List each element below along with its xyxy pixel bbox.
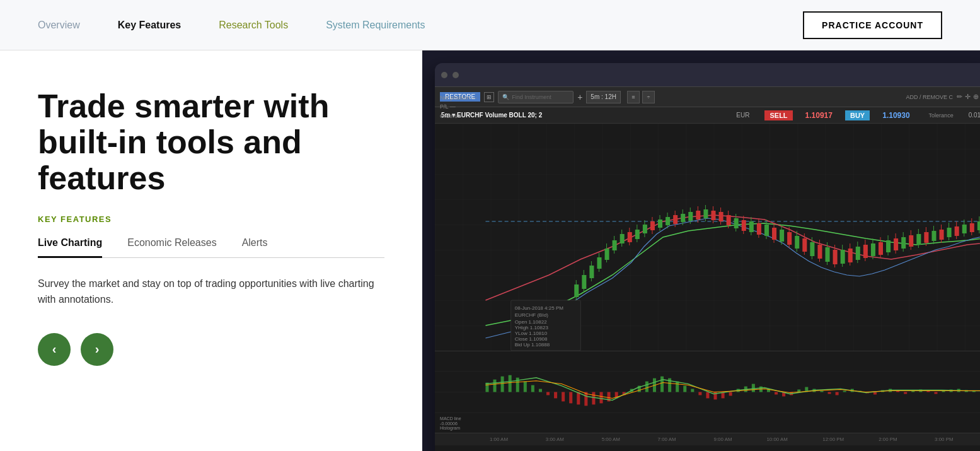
svg-rect-132 <box>546 392 550 395</box>
svg-rect-21 <box>643 225 647 233</box>
chart-left-info: Net position — P/L — Orders — <box>440 93 477 120</box>
tab-live-charting[interactable]: Live Charting <box>38 237 102 258</box>
svg-rect-53 <box>764 225 769 236</box>
svg-rect-151 <box>691 389 694 392</box>
tolerance-value: 0.01% <box>969 112 980 119</box>
svg-text:3:00 PM: 3:00 PM <box>935 436 953 442</box>
carousel-navigation: ‹ › <box>38 333 384 366</box>
svg-rect-17 <box>628 232 632 242</box>
add-remove-columns[interactable]: ADD / REMOVE C <box>906 94 953 100</box>
crosshair-icon[interactable]: ✛ <box>965 93 971 101</box>
svg-rect-39 <box>711 211 715 220</box>
svg-text:10:00 AM: 10:00 AM <box>766 436 787 442</box>
chart-svg: 08-Jun-2018 4:25 PM EURCHF (BId) Open 1.… <box>435 124 980 351</box>
laptop-bezel <box>435 63 980 87</box>
nav-overview[interactable]: Overview <box>38 20 80 31</box>
nav-research-tools[interactable]: Research Tools <box>219 20 288 31</box>
feature-description: Survey the market and stay on top of tra… <box>38 276 384 308</box>
svg-text:7:00 AM: 7:00 AM <box>658 436 676 442</box>
macd-panel: EURCHF MACD 26; 12; 9 <box>435 351 980 433</box>
bar-type-button[interactable]: ÷ <box>642 91 655 103</box>
svg-rect-129 <box>524 382 527 392</box>
sell-price: 1.10917 <box>805 111 833 120</box>
layout-button[interactable]: ⊞ <box>484 92 494 102</box>
svg-rect-75 <box>848 249 853 262</box>
svg-rect-134 <box>562 392 565 402</box>
time-axis: 1:00 AM 3:00 AM 5:00 AM 7:00 AM 9:00 AM … <box>435 433 980 445</box>
chart-area: RESTORE ⊞ 🔍 Find Instrument + 5m : 12H ≡ <box>435 87 980 451</box>
svg-rect-97 <box>931 231 936 241</box>
chart-toolbar: RESTORE ⊞ 🔍 Find Instrument + 5m : 12H ≡ <box>435 87 980 107</box>
svg-text:Open   1.10822: Open 1.10822 <box>515 319 547 325</box>
svg-rect-175 <box>873 392 877 395</box>
next-button[interactable]: › <box>81 333 113 366</box>
nav-links: Overview Key Features Research Tools Sys… <box>38 20 425 31</box>
eur-label: EUR <box>736 112 749 119</box>
svg-text:EURCHF (BId): EURCHF (BId) <box>515 312 548 318</box>
nav-key-features[interactable]: Key Features <box>118 20 182 31</box>
svg-text:9:00 AM: 9:00 AM <box>714 436 732 442</box>
macd-svg: MACD line -0.00006 Histogram <box>435 351 980 433</box>
svg-rect-150 <box>683 386 686 392</box>
orders-label: Orders — <box>440 112 477 120</box>
svg-rect-149 <box>676 382 679 392</box>
prev-button[interactable]: ‹ <box>38 333 71 366</box>
pnl-label: P/L — <box>440 102 477 111</box>
svg-rect-105 <box>962 225 967 233</box>
svg-rect-67 <box>817 245 822 259</box>
svg-rect-83 <box>879 242 883 255</box>
svg-rect-170 <box>836 392 839 395</box>
svg-rect-159 <box>752 384 755 392</box>
add-icon[interactable]: + <box>577 92 582 102</box>
svg-rect-3 <box>574 284 579 297</box>
svg-text:Close  1.10908: Close 1.10908 <box>515 336 548 342</box>
find-instrument-input[interactable]: 🔍 Find Instrument <box>498 91 574 103</box>
svg-rect-147 <box>660 377 664 392</box>
svg-text:08-Jun-2018 4:25 PM: 08-Jun-2018 4:25 PM <box>515 305 564 311</box>
tolerance-label: Tolerance <box>929 112 954 119</box>
svg-text:1:00 AM: 1:00 AM <box>490 436 508 442</box>
svg-text:YLow   1.10810: YLow 1.10810 <box>515 331 548 336</box>
buy-price: 1.10930 <box>882 111 909 120</box>
svg-text:12:00 PM: 12:00 PM <box>822 436 844 442</box>
tab-alerts[interactable]: Alerts <box>242 237 268 258</box>
tab-economic-releases[interactable]: Economic Releases <box>127 237 216 258</box>
nav-system-requirements[interactable]: System Requirements <box>326 20 425 31</box>
svg-rect-193 <box>440 433 980 445</box>
svg-rect-168 <box>820 391 823 392</box>
svg-rect-135 <box>569 392 572 404</box>
hero-title: Trade smarter with built-in tools and fe… <box>38 88 384 197</box>
draw-icon[interactable]: ✏ <box>957 93 962 101</box>
svg-text:5:00 AM: 5:00 AM <box>602 436 620 442</box>
svg-rect-35 <box>696 211 700 220</box>
svg-rect-9 <box>597 257 601 269</box>
svg-rect-139 <box>599 392 602 404</box>
svg-text:Histogram: Histogram <box>440 426 460 431</box>
svg-rect-43 <box>727 215 731 225</box>
toolbar-icons: ✏ ✛ ⊕ ⚙ <box>957 93 980 101</box>
svg-rect-89 <box>901 237 906 249</box>
main-content: Trade smarter with built-in tools and fe… <box>0 50 980 451</box>
candle-type-button[interactable]: ≡ <box>627 91 640 103</box>
svg-rect-136 <box>577 392 580 405</box>
practice-account-button[interactable]: PRACTICE ACCOUNT <box>803 11 942 39</box>
zoom-icon[interactable]: ⊕ <box>973 93 979 101</box>
svg-rect-179 <box>904 392 907 394</box>
main-chart-canvas: 08-Jun-2018 4:25 PM EURCHF (BId) Open 1.… <box>435 124 980 351</box>
feature-tabs: Live Charting Economic Releases Alerts <box>38 237 384 258</box>
buy-button[interactable]: BUY <box>845 110 870 120</box>
time-selector[interactable]: 5m : 12H <box>586 91 621 103</box>
chart-info-bar: 5m ▾ EURCHF Volume BOLL 20; 2 EUR SELL 1… <box>435 107 980 124</box>
svg-text:MACD line: MACD line <box>440 416 461 421</box>
net-position-label: Net position — <box>440 93 477 102</box>
chart-type-buttons: ≡ ÷ <box>627 91 655 103</box>
chart-panel: RESTORE ⊞ 🔍 Find Instrument + 5m : 12H ≡ <box>422 50 980 451</box>
svg-text:2:00 PM: 2:00 PM <box>879 436 897 442</box>
svg-rect-130 <box>531 385 534 392</box>
laptop-frame: RESTORE ⊞ 🔍 Find Instrument + 5m : 12H ≡ <box>435 63 980 451</box>
svg-rect-171 <box>843 391 846 392</box>
key-features-label: KEY FEATURES <box>38 214 384 224</box>
svg-rect-127 <box>509 375 512 392</box>
svg-rect-31 <box>681 214 685 222</box>
sell-button[interactable]: SELL <box>764 110 792 120</box>
